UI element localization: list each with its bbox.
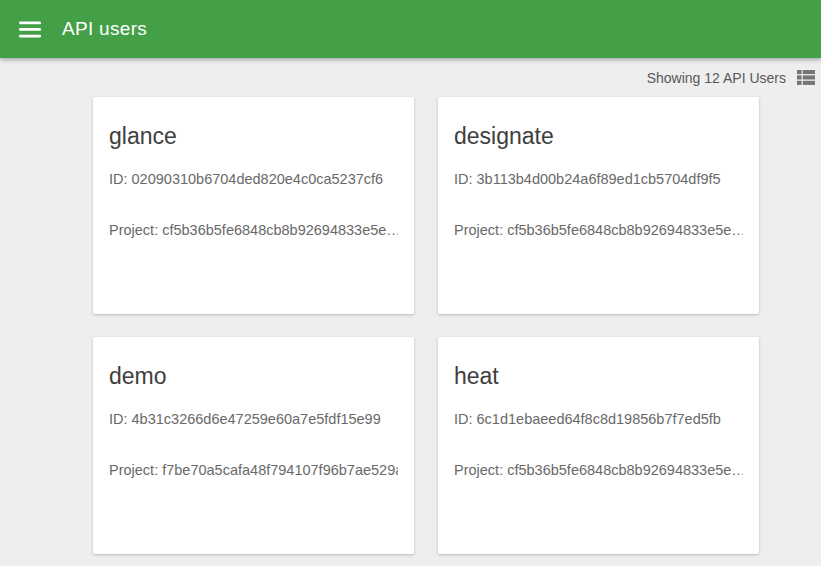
card-id: ID: 6c1d1ebaeed64f8c8d19856b7f7ed5fb xyxy=(454,411,743,427)
card-project: Project: cf5b36b5fe6848cb8b92694833e5e… xyxy=(454,222,743,238)
api-user-card[interactable]: demo ID: 4b31c3266d6e47259e60a7e5fdf15e9… xyxy=(93,337,414,554)
card-project: Project: cf5b36b5fe6848cb8b92694833e5e… xyxy=(109,222,398,238)
card-title: demo xyxy=(109,362,398,390)
api-user-card[interactable]: designate ID: 3b113b4d00b24a6f89ed1cb570… xyxy=(438,97,759,314)
card-id: ID: 4b31c3266d6e47259e60a7e5fdf15e99 xyxy=(109,411,398,427)
card-project: Project: f7be70a5cafa48f794107f96b7ae529… xyxy=(109,462,398,478)
card-id: ID: 02090310b6704ded820e4c0ca5237cf6 xyxy=(109,171,398,187)
view-list-toggle-button[interactable] xyxy=(796,69,816,87)
showing-count-label: Showing 12 API Users xyxy=(647,70,786,86)
page-title: API users xyxy=(62,18,147,40)
menu-button[interactable] xyxy=(12,11,48,47)
card-id: ID: 3b113b4d00b24a6f89ed1cb5704df9f5 xyxy=(454,171,743,187)
api-user-card[interactable]: glance ID: 02090310b6704ded820e4c0ca5237… xyxy=(93,97,414,314)
toolbar: Showing 12 API Users xyxy=(0,58,821,97)
card-title: heat xyxy=(454,362,743,390)
card-project: Project: cf5b36b5fe6848cb8b92694833e5e… xyxy=(454,462,743,478)
api-users-card-grid: glance ID: 02090310b6704ded820e4c0ca5237… xyxy=(93,97,821,554)
app-header: API users xyxy=(0,0,821,58)
card-title: glance xyxy=(109,122,398,150)
view-list-icon xyxy=(797,69,815,86)
menu-icon xyxy=(19,21,41,38)
api-user-card[interactable]: heat ID: 6c1d1ebaeed64f8c8d19856b7f7ed5f… xyxy=(438,337,759,554)
card-title: designate xyxy=(454,122,743,150)
